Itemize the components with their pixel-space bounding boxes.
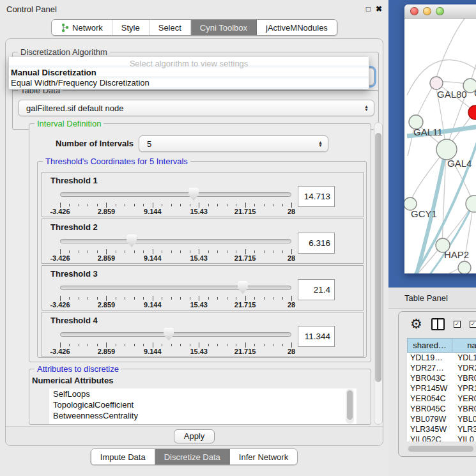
table-cell[interactable]: YDR27…	[407, 363, 452, 373]
tab-style[interactable]: Style	[112, 20, 150, 35]
threshold-value-field[interactable]: 11.344	[298, 326, 335, 347]
control-panel-title: Control Panel	[6, 4, 57, 14]
close-traffic-light-icon[interactable]	[410, 7, 418, 15]
network-view-window[interactable]: GAL80GACGAL11GAL4GCY1HHAP2	[404, 4, 476, 273]
tab-label: Cyni Toolbox	[200, 23, 247, 33]
attribute-item[interactable]: SelfLoops	[49, 388, 357, 399]
tick-mark	[116, 344, 116, 346]
table-horizontal-scrollbar[interactable]	[407, 445, 476, 452]
threshold-slider[interactable]: -3.4262.8599.14415.4321.71528	[60, 234, 291, 263]
network-node[interactable]	[466, 196, 476, 212]
tick-mark	[125, 344, 125, 346]
scrollbar-thumb[interactable]	[408, 446, 473, 452]
tick-mark	[143, 344, 144, 346]
threshold-label: Threshold 2	[50, 222, 98, 232]
table-cell[interactable]: YER0	[452, 394, 476, 404]
apply-button[interactable]: Apply	[174, 429, 215, 443]
table-row[interactable]: YIL052CYIL0	[407, 434, 476, 441]
slider-thumb-icon[interactable]	[188, 188, 199, 201]
threshold-value-field[interactable]: 14.713	[298, 186, 335, 207]
table-row[interactable]: YBL079WYBL0	[407, 414, 476, 424]
table-cell[interactable]: YBL0	[452, 414, 476, 424]
tab-cyni-toolbox[interactable]: Cyni Toolbox	[191, 20, 257, 35]
numerical-attributes-list[interactable]: SelfLoopsTopologicalCoefficientBetweenne…	[49, 388, 357, 424]
table-cell[interactable]: YLR345W	[407, 424, 452, 434]
checkbox-icon[interactable]: ✓	[470, 321, 476, 328]
network-node[interactable]	[430, 77, 443, 89]
table-cell[interactable]: YBL079W	[407, 414, 452, 424]
threshold-value-field[interactable]: 6.316	[298, 233, 335, 254]
table-cell[interactable]: YDL19…	[407, 353, 452, 363]
tick-mark	[69, 344, 70, 346]
zoom-traffic-light-icon[interactable]	[436, 7, 444, 15]
threshold-value-field[interactable]: 21.4	[298, 279, 335, 300]
slider-thumb-icon[interactable]	[127, 234, 137, 247]
threshold-slider[interactable]: -3.4262.8599.14415.4321.71528	[60, 328, 291, 356]
table-cell[interactable]: YER054C	[407, 394, 452, 404]
table-cell[interactable]: YBR045C	[407, 404, 452, 414]
tick-mark	[180, 250, 181, 253]
table-cell[interactable]: YIL052C	[407, 434, 452, 441]
network-canvas[interactable]: GAL80GACGAL11GAL4GCY1HHAP2	[404, 19, 476, 273]
table-cell[interactable]: YDR2	[452, 363, 476, 373]
table-cell[interactable]: YPR145W	[407, 383, 452, 394]
tab-impute-data[interactable]: Impute Data	[91, 449, 155, 464]
number-of-intervals-combobox[interactable]: 5 ▲▼	[139, 135, 328, 152]
network-window-titlebar[interactable]	[404, 4, 476, 19]
tab-discretize-data[interactable]: Discretize Data	[155, 449, 230, 464]
table-row[interactable]: YBR045CYBR0	[407, 404, 476, 414]
gear-icon[interactable]: ⚙	[410, 318, 422, 330]
tab-infer-network[interactable]: Infer Network	[230, 449, 297, 464]
table-cell[interactable]: YDL1	[452, 353, 476, 363]
table-cell[interactable]: YBR043C	[407, 373, 452, 383]
table-cell[interactable]: YBR0	[452, 373, 476, 383]
table-cell[interactable]: YPR1	[452, 383, 476, 394]
settings-vertical-scrollbar[interactable]	[374, 122, 383, 425]
tab-jactivemnodules[interactable]: jActiveMNodules	[257, 20, 337, 35]
tick-mark	[125, 250, 125, 253]
slider-thumb-icon[interactable]	[164, 328, 174, 341]
slider-thumb-icon[interactable]	[238, 281, 248, 294]
table-row[interactable]: YPR145WYPR1	[407, 383, 476, 394]
slider-track[interactable]	[60, 332, 291, 337]
scrollbar-thumb[interactable]	[375, 133, 381, 382]
table-data-combobox[interactable]: galFiltered.sif default node ▲▼	[18, 100, 374, 116]
slider-track[interactable]	[60, 239, 291, 243]
tick-mark	[69, 204, 70, 206]
tick-mark	[217, 204, 218, 206]
slider-track[interactable]	[60, 286, 291, 290]
network-node[interactable]	[458, 261, 471, 273]
table-row[interactable]: YLR345WYLR3	[407, 424, 476, 434]
threshold-slider[interactable]: -3.4262.8599.14415.4321.71528	[60, 188, 291, 216]
columns-icon[interactable]	[431, 318, 445, 330]
attribute-item[interactable]: TopologicalCoefficient	[49, 399, 357, 410]
attribute-item[interactable]: BetweennessCentrality	[49, 410, 357, 421]
float-panel-icon[interactable]: □	[366, 4, 371, 13]
slider-track[interactable]	[60, 192, 291, 197]
algorithm-option-equal-width[interactable]: Equal Width/Frequency Discretization	[9, 78, 369, 88]
algorithm-option-manual[interactable]: Manual Discretization	[9, 68, 369, 78]
tick-mark	[162, 297, 162, 300]
table-row[interactable]: YBR043CYBR0	[407, 373, 476, 383]
threshold-slider[interactable]: -3.4262.8599.14415.4321.71528	[60, 281, 291, 309]
attributes-list-scrollbar[interactable]	[346, 389, 354, 424]
table-cell[interactable]: YIL0	[452, 434, 476, 441]
tab-select[interactable]: Select	[150, 20, 191, 35]
network-node[interactable]	[436, 139, 457, 160]
table-row[interactable]: YDL19…YDL1	[407, 353, 476, 363]
checkbox-icon[interactable]: ✓	[454, 321, 461, 328]
close-panel-icon[interactable]: ✖	[376, 4, 382, 13]
table-row[interactable]: YDR27…YDR2	[407, 363, 476, 373]
tick-mark	[171, 297, 172, 300]
tick-mark	[116, 250, 116, 253]
tick-mark	[153, 342, 153, 348]
tab-network[interactable]: Network	[52, 20, 112, 35]
table-cell[interactable]: YLR3	[452, 424, 476, 434]
slider-tick-labels: -3.4262.8599.14415.4321.71528	[60, 254, 291, 263]
node-table: shared… na YDL19…YDL1YDR27…YDR2YBR043CYB…	[407, 338, 476, 441]
column-header-shared-name[interactable]: shared…	[407, 338, 452, 353]
column-header-name[interactable]: na	[452, 338, 476, 353]
table-row[interactable]: YER054CYER0	[407, 394, 476, 404]
minimize-traffic-light-icon[interactable]	[423, 7, 431, 15]
table-cell[interactable]: YBR0	[452, 404, 476, 414]
